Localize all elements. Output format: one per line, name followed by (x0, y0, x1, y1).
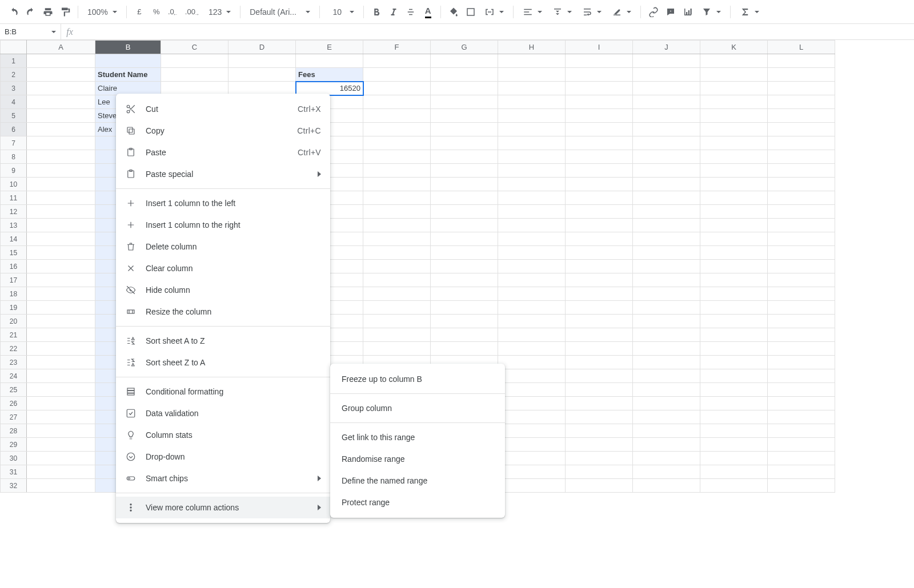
cell-F10[interactable] (363, 178, 431, 191)
cell-H5[interactable] (498, 109, 566, 123)
cell-K12[interactable] (700, 205, 768, 219)
cell-L19[interactable] (768, 301, 835, 315)
cell-L22[interactable] (768, 342, 835, 356)
cell-K23[interactable] (700, 356, 768, 369)
cell-I28[interactable] (566, 424, 633, 438)
cell-L30[interactable] (768, 452, 835, 465)
cell-A1[interactable] (27, 54, 95, 68)
cell-A2[interactable] (27, 68, 95, 82)
cell-H8[interactable] (498, 150, 566, 164)
row-header-10[interactable]: 10 (1, 178, 27, 191)
cell-I21[interactable] (566, 328, 633, 342)
cell-F13[interactable] (363, 219, 431, 232)
cell-I7[interactable] (566, 136, 633, 150)
cell-G12[interactable] (431, 205, 498, 219)
cell-F2[interactable] (363, 68, 431, 82)
cell-K20[interactable] (700, 315, 768, 328)
cell-L18[interactable] (768, 287, 835, 301)
cell-K6[interactable] (700, 123, 768, 136)
row-header-4[interactable]: 4 (1, 95, 27, 109)
cell-E1[interactable] (296, 54, 363, 68)
cell-G7[interactable] (431, 136, 498, 150)
cell-A4[interactable] (27, 95, 95, 109)
cell-I13[interactable] (566, 219, 633, 232)
cell-L24[interactable] (768, 369, 835, 383)
column-header-E[interactable]: E (296, 41, 363, 54)
cell-H31[interactable] (498, 465, 566, 479)
cell-L8[interactable] (768, 150, 835, 164)
cell-K13[interactable] (700, 219, 768, 232)
cell-J9[interactable] (633, 164, 700, 178)
cell-G19[interactable] (431, 301, 498, 315)
cell-F3[interactable] (363, 82, 431, 95)
text-wrap-dropdown[interactable] (578, 4, 606, 20)
cell-H30[interactable] (498, 452, 566, 465)
cell-H19[interactable] (498, 301, 566, 315)
cell-K24[interactable] (700, 369, 768, 383)
cell-A23[interactable] (27, 356, 95, 369)
column-header-H[interactable]: H (498, 41, 566, 54)
menu-item-col-stats[interactable]: Column stats (116, 424, 330, 446)
cell-J2[interactable] (633, 68, 700, 82)
cell-C3[interactable] (161, 82, 228, 95)
cell-L20[interactable] (768, 315, 835, 328)
cell-I32[interactable] (566, 479, 633, 493)
menu-item-data-val[interactable]: Data validation (116, 402, 330, 424)
cell-J20[interactable] (633, 315, 700, 328)
cell-L9[interactable] (768, 164, 835, 178)
cell-J23[interactable] (633, 356, 700, 369)
cell-K3[interactable] (700, 82, 768, 95)
filter-dropdown[interactable] (697, 4, 725, 20)
cell-K32[interactable] (700, 479, 768, 493)
cell-K30[interactable] (700, 452, 768, 465)
cell-D1[interactable] (228, 54, 296, 68)
row-header-2[interactable]: 2 (1, 68, 27, 82)
paint-format-button[interactable] (57, 4, 73, 20)
row-header-8[interactable]: 8 (1, 150, 27, 164)
row-header-12[interactable]: 12 (1, 205, 27, 219)
column-header-J[interactable]: J (633, 41, 700, 54)
cell-I3[interactable] (566, 82, 633, 95)
cell-L27[interactable] (768, 410, 835, 424)
cell-K18[interactable] (700, 287, 768, 301)
cell-I31[interactable] (566, 465, 633, 479)
cell-F8[interactable] (363, 150, 431, 164)
cell-A19[interactable] (27, 301, 95, 315)
cell-H32[interactable] (498, 479, 566, 493)
text-rotation-dropdown[interactable] (607, 4, 636, 20)
cell-K10[interactable] (700, 178, 768, 191)
cell-J7[interactable] (633, 136, 700, 150)
menu-item-smart-chips[interactable]: Smart chips (116, 468, 330, 489)
cell-H22[interactable] (498, 342, 566, 356)
cell-L4[interactable] (768, 95, 835, 109)
cell-J1[interactable] (633, 54, 700, 68)
cell-K22[interactable] (700, 342, 768, 356)
cell-K4[interactable] (700, 95, 768, 109)
cell-A10[interactable] (27, 178, 95, 191)
cell-A13[interactable] (27, 219, 95, 232)
currency-button[interactable]: £ (131, 4, 147, 20)
cell-J4[interactable] (633, 95, 700, 109)
cell-I16[interactable] (566, 260, 633, 273)
cell-H28[interactable] (498, 424, 566, 438)
select-all-corner[interactable] (1, 41, 27, 54)
cell-K8[interactable] (700, 150, 768, 164)
column-header-G[interactable]: G (431, 41, 498, 54)
cell-H3[interactable] (498, 82, 566, 95)
cell-H2[interactable] (498, 68, 566, 82)
cell-A14[interactable] (27, 232, 95, 246)
cell-F12[interactable] (363, 205, 431, 219)
cell-F18[interactable] (363, 287, 431, 301)
cell-H14[interactable] (498, 232, 566, 246)
merge-dropdown[interactable] (480, 4, 508, 20)
cell-G6[interactable] (431, 123, 498, 136)
cell-J12[interactable] (633, 205, 700, 219)
cell-J11[interactable] (633, 191, 700, 205)
cell-J17[interactable] (633, 273, 700, 287)
cell-J24[interactable] (633, 369, 700, 383)
row-header-3[interactable]: 3 (1, 82, 27, 95)
cell-J13[interactable] (633, 219, 700, 232)
row-header-23[interactable]: 23 (1, 356, 27, 369)
row-header-19[interactable]: 19 (1, 301, 27, 315)
cell-I27[interactable] (566, 410, 633, 424)
